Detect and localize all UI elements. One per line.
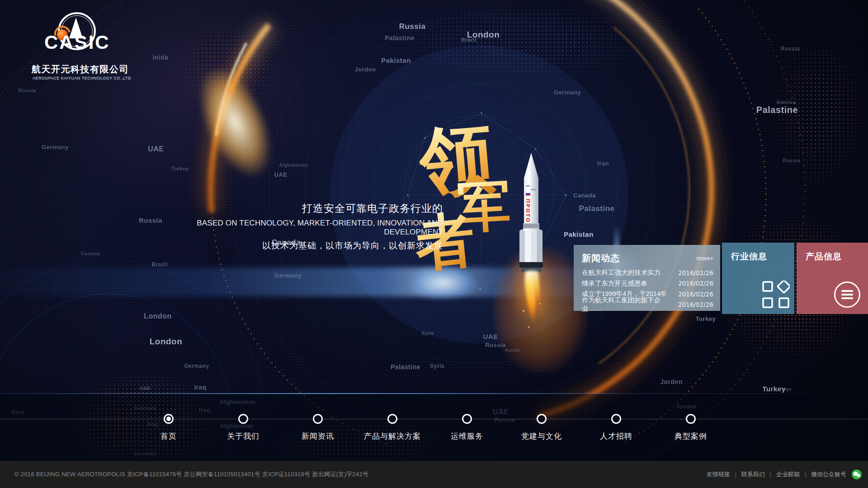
map-label: America — [777, 100, 796, 105]
industry-panel[interactable]: 行业信息 — [722, 243, 794, 314]
map-label: Russia — [399, 22, 426, 31]
nav-dot-icon — [164, 414, 174, 424]
map-label: Turkey — [762, 385, 785, 393]
news-item-4[interactable]: 作为航天科工集团的旗下企业……2016/02/26 — [574, 300, 720, 310]
footer-link-separator: | — [770, 471, 771, 478]
map-label: Russia — [781, 46, 800, 52]
nav-item-home[interactable]: 首页 — [130, 414, 207, 441]
map-label: UAE — [148, 145, 164, 153]
blue-dots-cluster — [398, 0, 651, 81]
nav-item-cases[interactable]: 典型案例 — [652, 414, 729, 441]
orange-dots-cluster — [769, 36, 868, 190]
footer-link-separator: | — [735, 471, 736, 478]
news-item-date: 2016/02/26 — [678, 269, 713, 277]
circle-menu-icon[interactable] — [834, 282, 860, 308]
map-label: Brazil — [151, 261, 168, 267]
footer-link-separator: | — [805, 471, 806, 478]
map-label: Palastine — [385, 34, 415, 42]
news-more-link[interactable]: more+ — [697, 255, 713, 262]
nav-item-about[interactable]: 关于我们 — [205, 414, 282, 441]
tagline-en-line: BASED ON TECHNOLOGY, MARKET-ORIENTED, IN… — [136, 219, 443, 237]
nav-item-careers[interactable]: 人才招聘 — [578, 414, 655, 441]
news-item-text: 在航天科工强大的技术实力 — [582, 268, 660, 277]
nav-dot-icon — [313, 414, 323, 424]
map-label: Turkey — [171, 166, 189, 171]
wechat-icon[interactable] — [852, 469, 862, 479]
nav-dot-icon — [537, 414, 547, 424]
nav-item-label: 典型案例 — [652, 431, 729, 441]
news-item-text: 作为航天科工集团的旗下企业…… — [582, 296, 678, 313]
footer: © 2016 BEIJING NEW AEROTROPOLIS 京ICP备110… — [0, 461, 868, 488]
map-label: Jorden — [660, 378, 683, 385]
nav-item-label: 关于我们 — [205, 431, 282, 441]
brand-logo[interactable]: CASIC 航天开元科技有限公司 AEROSPACE KAIYUAN TECHN… — [32, 8, 163, 80]
map-label: Iraq — [194, 384, 207, 391]
nav-item-label: 运维服务 — [429, 431, 505, 441]
map-label: Iran — [783, 387, 792, 392]
page: RussiaLondonPalastineBrazilPakistanJorde… — [0, 0, 868, 488]
map-label: UAE — [140, 386, 151, 391]
news-panel: 新闻动态 more+ 在航天科工强大的技术实力2016/02/26继承了东方开元… — [574, 245, 720, 311]
map-label: London — [150, 337, 183, 347]
map-label: Germany — [554, 89, 581, 96]
news-item-2[interactable]: 继承了东方开元感恩奉2016/02/26 — [574, 278, 720, 289]
map-label: Germany — [184, 363, 209, 369]
news-title: 新闻动态 — [582, 252, 620, 264]
orange-flare-core — [184, 56, 286, 188]
map-label: Canada — [573, 192, 596, 199]
footer-link-contact-us[interactable]: 联系我们 — [741, 470, 765, 479]
map-label: London — [144, 312, 172, 320]
news-item-date: 2016/02/26 — [678, 301, 713, 308]
logo-text: CASIC — [44, 32, 110, 53]
tagline-cn-line1: 打造安全可靠电子政务行业的 — [136, 202, 443, 216]
nav-item-solutions[interactable]: 产品与解决方案 — [354, 414, 431, 441]
nav-dot-icon — [611, 414, 621, 424]
map-label: Jorden — [355, 66, 376, 73]
product-panel-title: 产品信息 — [806, 251, 842, 263]
news-item-date: 2016/02/26 — [678, 280, 713, 287]
map-label: Russia — [783, 158, 800, 163]
company-name-cn: 航天开元科技有限公司 — [32, 63, 129, 75]
nav-dot-icon — [238, 414, 248, 424]
nav-dot-icon — [387, 414, 397, 424]
nav-item-label: 人才招聘 — [578, 431, 655, 441]
map-label: Pakistan — [381, 56, 411, 64]
nav-item-party[interactable]: 党建与文化 — [503, 414, 580, 441]
nav-item-label: 产品与解决方案 — [354, 431, 431, 441]
map-label: Germany — [42, 144, 69, 150]
rocket-image: ПРОТОН — [505, 150, 564, 331]
grid-diamond-icon — [762, 281, 790, 309]
news-list: 在航天科工强大的技术实力2016/02/26继承了东方开元感恩奉2016/02/… — [574, 267, 720, 310]
nav-item-label: 首页 — [130, 431, 207, 441]
map-label: Iran — [597, 160, 609, 167]
news-item-date: 2016/02/26 — [678, 291, 713, 298]
footer-links: 友情链接|联系我们|企业邮箱|微信公众账号 — [707, 461, 862, 488]
nav-item-label: 党建与文化 — [503, 431, 580, 441]
nav-dot-icon — [686, 414, 696, 424]
nav-item-operations[interactable]: 运维服务 — [429, 414, 505, 441]
footer-link-wechat-account[interactable]: 微信公众账号 — [811, 470, 846, 479]
map-label: Canada — [81, 251, 100, 256]
hero-tagline: 打造安全可靠电子政务行业的 BASED ON TECHNOLOGY, MARKE… — [136, 202, 443, 252]
nav-dot-icon — [462, 414, 472, 424]
news-item-1[interactable]: 在航天科工强大的技术实力2016/02/26 — [574, 267, 720, 278]
map-label: UAE — [274, 171, 288, 178]
map-label: Palastine — [579, 204, 614, 213]
map-label: Palastine — [391, 363, 420, 371]
map-label: Russia — [18, 88, 36, 93]
map-label: Turkey — [696, 315, 716, 322]
nav-item-label: 新闻资讯 — [279, 431, 356, 441]
map-label: Syria — [422, 331, 434, 336]
footer-link-friend-links[interactable]: 友情链接 — [707, 470, 730, 479]
industry-panel-title: 行业信息 — [731, 251, 767, 263]
company-name-en: AEROSPACE KAIYUAN TECHNOLOGY CO.,LTD — [33, 76, 131, 80]
map-label: Pakistan — [564, 230, 594, 238]
product-panel[interactable]: 产品信息 — [797, 243, 868, 314]
news-item-text: 继承了东方开元感恩奉 — [582, 279, 647, 288]
bottom-nav-band: 首页关于我们新闻资讯产品与解决方案运维服务党建与文化人才招聘典型案例 — [0, 394, 868, 461]
map-label: London — [467, 30, 500, 40]
map-label: Brazil — [462, 37, 476, 42]
nav-item-news[interactable]: 新闻资讯 — [279, 414, 356, 441]
footer-link-company-mail[interactable]: 企业邮箱 — [776, 470, 800, 479]
map-label: Palastine — [756, 105, 798, 115]
